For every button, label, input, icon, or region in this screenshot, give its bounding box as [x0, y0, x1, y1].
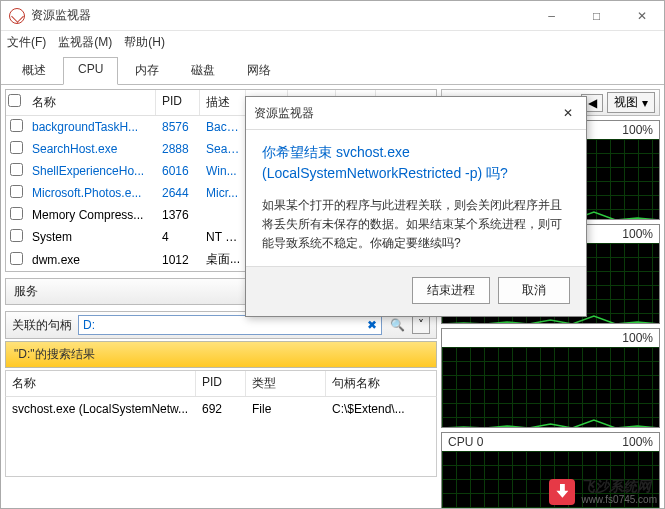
menubar: 文件(F) 监视器(M) 帮助(H): [1, 31, 664, 53]
window-controls: – □ ✕: [529, 1, 664, 30]
dialog-buttons: 结束进程 取消: [246, 266, 586, 316]
menu-file[interactable]: 文件(F): [7, 34, 46, 51]
cell-pid: 6016: [156, 162, 200, 180]
chart-scale: 100%: [622, 331, 653, 345]
dialog-sub-text: 如果某个打开的程序与此进程关联，则会关闭此程序并且将丢失所有未保存的数据。如果结…: [262, 196, 570, 254]
search-icon[interactable]: 🔍: [388, 316, 406, 334]
chart-scale: 100%: [622, 435, 653, 449]
close-button[interactable]: ✕: [619, 1, 664, 30]
cell-pid: 1376: [156, 206, 200, 224]
results-body: svchost.exe (LocalSystemNetw...692FileC:…: [5, 397, 437, 477]
titlebar: 资源监视器 – □ ✕: [1, 1, 664, 31]
rc-name: svchost.exe (LocalSystemNetw...: [6, 400, 196, 418]
rcol-type[interactable]: 类型: [246, 371, 326, 396]
window-title: 资源监视器: [31, 7, 529, 24]
tab-cpu[interactable]: CPU: [63, 57, 118, 85]
cell-desc: [200, 213, 246, 217]
search-value: D:: [83, 318, 95, 332]
results-header: 名称 PID 类型 句柄名称: [5, 370, 437, 397]
chart-header: 100%: [442, 329, 659, 347]
dialog-titlebar: 资源监视器 ✕: [246, 97, 586, 130]
dialog-body: 你希望结束 svchost.exe (LocalSystemNetworkRes…: [246, 130, 586, 266]
chart-body: [442, 347, 659, 427]
dialog-close-button[interactable]: ✕: [558, 103, 578, 123]
watermark: 飞沙系统网 www.fs0745.com: [549, 479, 657, 505]
dialog-title: 资源监视器: [254, 105, 558, 122]
cell-name: dwm.exe: [26, 251, 156, 269]
cell-pid: 4: [156, 228, 200, 246]
col-pid[interactable]: PID: [156, 90, 200, 115]
dialog-main-text: 你希望结束 svchost.exe (LocalSystemNetworkRes…: [262, 142, 570, 184]
tabstrip: 概述 CPU 内存 磁盘 网络: [1, 53, 664, 85]
watermark-icon: [549, 479, 575, 505]
expand-handles-button[interactable]: ˅: [412, 316, 430, 334]
cell-pid: 8576: [156, 118, 200, 136]
rc-type: File: [246, 400, 326, 418]
rc-pid: 692: [196, 400, 246, 418]
rcol-name[interactable]: 名称: [6, 371, 196, 396]
chevron-down-icon: ▾: [642, 96, 648, 110]
chart-scale: 100%: [622, 123, 653, 137]
end-process-button[interactable]: 结束进程: [412, 277, 490, 304]
menu-monitor[interactable]: 监视器(M): [58, 34, 112, 51]
cell-pid: 2644: [156, 184, 200, 202]
tab-overview[interactable]: 概述: [7, 57, 61, 84]
tab-disk[interactable]: 磁盘: [176, 57, 230, 84]
row-checkbox[interactable]: [10, 252, 23, 265]
row-checkbox[interactable]: [10, 229, 23, 242]
cell-name: backgroundTaskH...: [26, 118, 156, 136]
clear-search-icon[interactable]: ✖: [367, 318, 377, 332]
tab-memory[interactable]: 内存: [120, 57, 174, 84]
cell-desc: Back...: [200, 118, 246, 136]
minimize-button[interactable]: –: [529, 1, 574, 30]
rc-handle-name: C:\$Extend\...: [326, 400, 436, 418]
col-name[interactable]: 名称: [26, 90, 156, 115]
cell-desc: Micr...: [200, 184, 246, 202]
chart-title: CPU 0: [448, 435, 622, 449]
cell-pid: 1012: [156, 251, 200, 269]
cell-name: Microsoft.Photos.e...: [26, 184, 156, 202]
tab-network[interactable]: 网络: [232, 57, 286, 84]
cell-desc: Sear...: [200, 140, 246, 158]
col-desc[interactable]: 描述: [200, 90, 246, 115]
cell-name: System: [26, 228, 156, 246]
row-checkbox[interactable]: [10, 185, 23, 198]
results-row[interactable]: svchost.exe (LocalSystemNetw...692FileC:…: [6, 397, 436, 421]
confirm-dialog: 资源监视器 ✕ 你希望结束 svchost.exe (LocalSystemNe…: [245, 96, 587, 317]
select-all-checkbox[interactable]: [8, 94, 21, 107]
cell-name: SearchHost.exe: [26, 140, 156, 158]
maximize-button[interactable]: □: [574, 1, 619, 30]
cell-name: Memory Compress...: [26, 206, 156, 224]
cell-name: ShellExperienceHo...: [26, 162, 156, 180]
search-results-banner: "D:"的搜索结果: [5, 341, 437, 368]
handles-label: 关联的句柄: [12, 317, 72, 334]
rcol-handle-name[interactable]: 句柄名称: [326, 371, 436, 396]
app-icon: [9, 8, 25, 24]
watermark-line1: 飞沙系统网: [581, 479, 657, 494]
cancel-button[interactable]: 取消: [498, 277, 570, 304]
cpu-chart: 100%: [441, 328, 660, 428]
menu-help[interactable]: 帮助(H): [124, 34, 165, 51]
row-checkbox[interactable]: [10, 119, 23, 132]
view-label: 视图: [614, 94, 638, 111]
row-checkbox[interactable]: [10, 207, 23, 220]
chart-scale: 100%: [622, 227, 653, 241]
row-checkbox[interactable]: [10, 163, 23, 176]
view-dropdown[interactable]: 视图 ▾: [607, 92, 655, 113]
row-checkbox[interactable]: [10, 141, 23, 154]
chart-header: CPU 0100%: [442, 433, 659, 451]
cell-desc: NT K...: [200, 228, 246, 246]
handles-search-input[interactable]: D: ✖: [78, 315, 382, 335]
cell-desc: Win...: [200, 162, 246, 180]
services-label: 服务: [14, 283, 38, 300]
watermark-line2: www.fs0745.com: [581, 494, 657, 505]
cell-pid: 2888: [156, 140, 200, 158]
rcol-pid[interactable]: PID: [196, 371, 246, 396]
cell-desc: 桌面...: [200, 249, 246, 270]
